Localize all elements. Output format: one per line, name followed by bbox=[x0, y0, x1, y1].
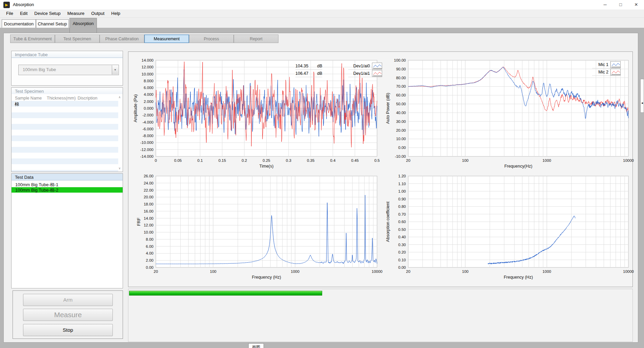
svg-text:6.00: 6.00 bbox=[146, 244, 153, 248]
scroll-up-icon[interactable]: ∧ bbox=[117, 95, 122, 99]
readout-value-ai1: 106.47 bbox=[295, 71, 313, 76]
svg-text:8.000: 8.000 bbox=[144, 79, 153, 83]
minimize-button[interactable]: ─ bbox=[597, 0, 613, 9]
svg-text:100: 100 bbox=[462, 269, 469, 274]
svg-text:1000: 1000 bbox=[291, 269, 299, 274]
svg-text:0.35: 0.35 bbox=[307, 158, 314, 162]
readout-row-ai0: 104.35 dB bbox=[295, 62, 322, 70]
maximize-button[interactable]: □ bbox=[613, 0, 628, 9]
tab-documentation[interactable]: Documentation bbox=[2, 19, 36, 28]
test-data-header: Test Data bbox=[11, 173, 123, 180]
list-item-test-data-2[interactable]: 100mm Big Tube-棉-2 bbox=[12, 187, 123, 193]
svg-text:Frequency (Hz): Frequency (Hz) bbox=[252, 275, 281, 280]
list-item-test-data-1[interactable]: 100mm Big Tube-棉-1 bbox=[12, 182, 123, 187]
legend-row-dev1ai1[interactable]: Dev1/ai1 bbox=[348, 70, 382, 77]
readout-value-ai0: 104.35 bbox=[295, 64, 313, 68]
svg-text:Absorption coefficient: Absorption coefficient bbox=[386, 201, 390, 242]
legend-label-mic1: Mic 1 bbox=[592, 62, 608, 67]
svg-text:10.000: 10.000 bbox=[142, 72, 153, 76]
legend-label-mic2: Mic 2 bbox=[592, 70, 608, 74]
svg-text:20: 20 bbox=[406, 269, 411, 274]
scroll-down-icon[interactable]: ∨ bbox=[117, 167, 122, 170]
impedance-tube-dropdown[interactable]: 100mm Big Tube ▼ bbox=[18, 65, 119, 75]
subtab-phase-calibration[interactable]: Phase Calibration bbox=[100, 35, 144, 43]
svg-text:0.15: 0.15 bbox=[219, 158, 226, 162]
chevron-down-icon[interactable]: ▼ bbox=[112, 65, 118, 74]
svg-text:-4.000: -4.000 bbox=[142, 120, 153, 124]
legend-row-mic2[interactable]: Mic 2 bbox=[592, 68, 621, 76]
tab-channel-setup[interactable]: Channel Setup bbox=[36, 19, 69, 28]
svg-text:20.00: 20.00 bbox=[144, 195, 153, 199]
collapse-left-icon: ◄ bbox=[641, 102, 644, 105]
svg-text:1000: 1000 bbox=[542, 269, 551, 274]
table-row-sample-name[interactable]: 棉 bbox=[15, 101, 19, 107]
title-bar: ▶ Absorption ─ □ ✕ bbox=[0, 0, 644, 9]
svg-text:0.50: 0.50 bbox=[398, 227, 406, 232]
svg-text:-10.000: -10.000 bbox=[140, 140, 153, 145]
readout-unit-ai0: dB bbox=[317, 64, 322, 68]
arm-button[interactable]: Arm bbox=[23, 294, 113, 306]
menu-output[interactable]: Output bbox=[88, 9, 108, 17]
svg-text:-2.000: -2.000 bbox=[142, 113, 153, 117]
menu-measure[interactable]: Measure bbox=[64, 9, 88, 17]
stop-button[interactable]: Stop bbox=[23, 324, 113, 336]
auto-power-legend: Mic 1 Mic 2 bbox=[592, 61, 621, 76]
paint-window-tab[interactable]: 画图 bbox=[248, 343, 264, 348]
subtab-measurement[interactable]: Measurement bbox=[144, 35, 189, 43]
legend-row-mic1[interactable]: Mic 1 bbox=[592, 61, 621, 68]
svg-text:-10.00: -10.00 bbox=[395, 154, 406, 158]
legend-label-dev1ai1: Dev1/ai1 bbox=[348, 71, 370, 76]
svg-text:FRF: FRF bbox=[137, 217, 141, 226]
tab-absorption[interactable]: Absorption bbox=[69, 18, 97, 33]
svg-text:10.00: 10.00 bbox=[396, 137, 406, 141]
svg-text:12.00: 12.00 bbox=[144, 223, 153, 227]
absorption-chart[interactable]: 0.000.100.200.300.400.500.600.700.800.90… bbox=[385, 172, 635, 285]
panel-collapse-handle[interactable]: ◄ bbox=[640, 79, 644, 113]
legend-row-dev1ai0[interactable]: Dev1/ai0 bbox=[348, 62, 382, 70]
svg-text:0.60: 0.60 bbox=[398, 220, 406, 224]
column-sample-name: Sample Name bbox=[15, 96, 42, 101]
svg-text:0.00: 0.00 bbox=[146, 265, 153, 269]
svg-text:2.00: 2.00 bbox=[146, 258, 153, 262]
svg-text:0.10: 0.10 bbox=[398, 258, 406, 262]
menu-help[interactable]: Help bbox=[108, 9, 124, 17]
column-discription: Discription bbox=[78, 96, 97, 101]
menu-device-setup[interactable]: Device Setup bbox=[31, 9, 64, 17]
svg-text:0.000: 0.000 bbox=[144, 106, 153, 110]
menu-file[interactable]: File bbox=[3, 9, 17, 17]
absorption-plot: 0.000.100.200.300.400.500.600.700.800.90… bbox=[385, 172, 635, 285]
svg-text:-14.000: -14.000 bbox=[140, 154, 153, 158]
svg-text:90.00: 90.00 bbox=[396, 67, 406, 71]
frf-chart[interactable]: 0.002.004.006.008.0010.0012.0014.0016.00… bbox=[131, 172, 395, 285]
subtab-report[interactable]: Report bbox=[234, 35, 278, 43]
svg-text:-12.000: -12.000 bbox=[140, 148, 153, 152]
plot-style-icon bbox=[610, 61, 621, 68]
svg-text:14.00: 14.00 bbox=[144, 216, 153, 220]
svg-text:0.5: 0.5 bbox=[374, 158, 380, 162]
progress-bar bbox=[129, 291, 322, 296]
svg-text:10000: 10000 bbox=[623, 269, 634, 274]
plot-style-icon bbox=[610, 69, 621, 75]
svg-text:0.80: 0.80 bbox=[398, 204, 406, 209]
subtab-process[interactable]: Process bbox=[189, 35, 234, 43]
column-thickness: Thickness(mm) bbox=[47, 96, 76, 101]
svg-text:8.00: 8.00 bbox=[146, 237, 153, 241]
window-title: Absorption bbox=[13, 2, 34, 7]
svg-text:20.00: 20.00 bbox=[396, 128, 406, 132]
main-tab-row: Documentation Channel Setup Absorption bbox=[0, 18, 644, 28]
subtab-test-specimen[interactable]: Test Specimen bbox=[55, 35, 100, 43]
svg-text:100: 100 bbox=[210, 269, 216, 274]
svg-text:0: 0 bbox=[155, 158, 157, 162]
measure-button[interactable]: Measure bbox=[23, 309, 113, 321]
svg-text:0.3: 0.3 bbox=[286, 158, 291, 162]
impedance-tube-dropdown-value: 100mm Big Tube bbox=[23, 67, 56, 72]
svg-text:-6.000: -6.000 bbox=[142, 127, 153, 131]
subtab-tube-environment[interactable]: Tube & Environment bbox=[10, 35, 55, 43]
time-domain-legend: Dev1/ai0 Dev1/ai1 bbox=[348, 62, 382, 77]
close-button[interactable]: ✕ bbox=[628, 0, 644, 9]
menu-edit[interactable]: Edit bbox=[17, 9, 31, 17]
svg-text:0.90: 0.90 bbox=[398, 197, 406, 201]
svg-text:0.2: 0.2 bbox=[242, 158, 247, 162]
svg-text:26.00: 26.00 bbox=[144, 174, 153, 178]
svg-text:22.00: 22.00 bbox=[144, 188, 153, 192]
